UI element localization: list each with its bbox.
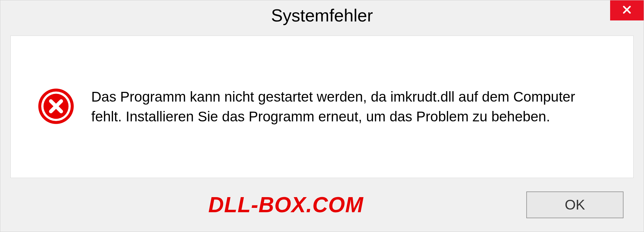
ok-button[interactable]: OK [526,191,624,218]
dialog-title: Systemfehler [271,5,373,25]
close-button[interactable] [610,0,644,20]
error-dialog: Systemfehler Das Programm kann nicht ges… [0,0,644,232]
error-message: Das Programm kann nicht gestartet werden… [91,87,606,127]
content-panel: Das Programm kann nicht gestartet werden… [10,36,634,178]
dialog-footer: DLL-BOX.COM OK [0,188,644,232]
watermark-text: DLL-BOX.COM [208,192,364,217]
error-icon [38,88,74,126]
close-icon [622,4,632,16]
titlebar: Systemfehler [0,0,644,31]
